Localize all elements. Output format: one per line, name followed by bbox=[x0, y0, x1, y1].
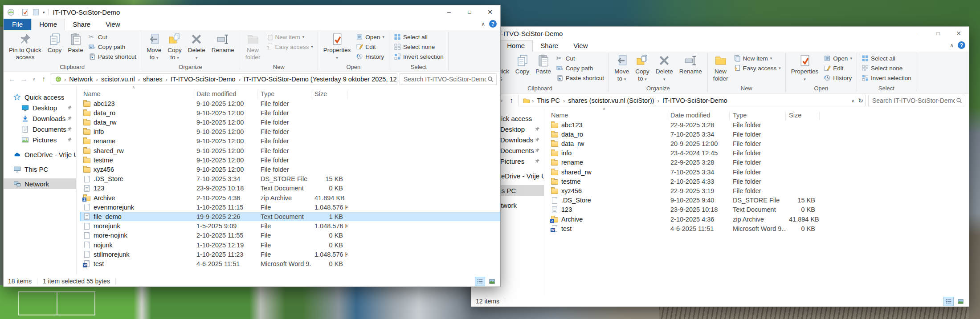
thumbnails-view-button[interactable] bbox=[956, 297, 966, 306]
new-folder-button[interactable]: Newfolder bbox=[710, 53, 731, 83]
breadcrumb-segment[interactable]: This PC bbox=[534, 97, 563, 104]
breadcrumb-segment[interactable]: IT-ITVO-SciStor-Demo (Yesterday 9 oktobe… bbox=[241, 76, 397, 83]
forward-button[interactable]: → bbox=[19, 75, 29, 83]
close-button[interactable]: ✕ bbox=[948, 27, 969, 40]
recent-locations-icon[interactable]: ∨ bbox=[31, 77, 37, 81]
titlebar[interactable]: ▾ IT-ITVO-SciStor-Demo – □ ✕ bbox=[4, 5, 500, 19]
sidebar-item-onedrive-vrije-univ[interactable]: OneDrive - Vrije Univ bbox=[4, 149, 76, 160]
column-header-date-modified[interactable]: Date modified bbox=[193, 90, 257, 99]
help-icon[interactable]: ? bbox=[489, 20, 497, 28]
column-header-size[interactable]: Size bbox=[311, 90, 347, 99]
search-icon[interactable] bbox=[956, 97, 962, 104]
file-row-data-rw[interactable]: data_rw9-10-2025 12:00File folder bbox=[80, 118, 500, 127]
minimize-button[interactable]: – bbox=[439, 5, 459, 19]
search-input[interactable] bbox=[403, 75, 487, 83]
file-row-test[interactable]: Wtest4-6-2025 11:51Microsoft Word 9...0 … bbox=[80, 259, 500, 268]
file-row-archive[interactable]: ZArchive2-10-2025 4:36zip Archive41.894 … bbox=[80, 193, 500, 202]
copy-path-button[interactable]: W Copy path bbox=[86, 42, 139, 52]
file-row-info[interactable]: info9-10-2025 12:00File folder bbox=[80, 127, 500, 137]
copy-to-button[interactable]: Copyto ▾ bbox=[632, 53, 653, 83]
copy-button[interactable]: Copy bbox=[45, 32, 65, 55]
move-to-button[interactable]: Moveto ▾ bbox=[611, 53, 632, 83]
invert-selection-button[interactable]: Invert selection bbox=[392, 52, 446, 61]
search-icon[interactable] bbox=[487, 76, 494, 82]
minimize-button[interactable]: – bbox=[907, 27, 928, 40]
file-row-nojunk[interactable]: nojunk1-10-2025 12:19File0 KB bbox=[80, 240, 500, 250]
tab-home[interactable]: Home bbox=[499, 40, 533, 52]
file-row-rename[interactable]: rename22-9-2025 3:28File folder bbox=[548, 158, 969, 167]
paste-button[interactable]: Paste bbox=[532, 53, 554, 76]
copy-to-button[interactable]: Copyto ▾ bbox=[164, 32, 185, 61]
open-button[interactable]: Open▾ bbox=[354, 32, 387, 42]
breadcrumb-segment[interactable]: shares bbox=[140, 76, 166, 83]
breadcrumb-segment[interactable]: scistor.vu.nl bbox=[98, 76, 138, 83]
sidebar-item-downloads[interactable]: Downloads bbox=[4, 113, 76, 124]
edit-button[interactable]: Edit bbox=[354, 42, 387, 52]
properties-check-icon[interactable] bbox=[21, 8, 29, 16]
ribbon-collapse-icon[interactable]: ∧ bbox=[950, 42, 954, 48]
file-row-more-nojink[interactable]: more-nojink2-10-2025 11:55File0 KB bbox=[80, 231, 500, 240]
column-header-type[interactable]: Type bbox=[730, 112, 786, 120]
properties-button[interactable]: Properties▾ bbox=[320, 32, 354, 61]
back-button[interactable]: ← bbox=[7, 75, 17, 83]
column-header-type[interactable]: Type bbox=[257, 90, 311, 99]
edit-button[interactable]: Edit bbox=[821, 63, 854, 73]
close-button[interactable]: ✕ bbox=[480, 5, 500, 19]
tab-share[interactable]: Share bbox=[533, 40, 566, 52]
sidebar-item-quick-access[interactable]: Quick access bbox=[4, 92, 76, 102]
select-none-button[interactable]: Select none bbox=[392, 42, 446, 52]
breadcrumb-segment[interactable]: Network bbox=[66, 76, 96, 83]
sidebar-item-documents[interactable]: Documents bbox=[4, 124, 76, 134]
details-view-button[interactable] bbox=[943, 297, 954, 306]
address-bar[interactable]: ›Network›scistor.vu.nl›shares›IT-ITVO-Sc… bbox=[51, 73, 397, 85]
up-button[interactable]: ↑ bbox=[39, 75, 49, 83]
column-header-name[interactable]: Name∧ bbox=[548, 112, 667, 120]
file-row-data-ro[interactable]: data_ro7-10-2025 3:34File folder bbox=[548, 129, 969, 139]
search-input[interactable] bbox=[871, 97, 956, 105]
breadcrumb-segment[interactable]: shares (scistor.vu.nl (SciStor)) bbox=[565, 97, 657, 104]
new-folder-shortcut-icon[interactable] bbox=[32, 8, 40, 16]
sidebar-item-desktop[interactable]: Desktop bbox=[4, 102, 76, 113]
sidebar-item-pictures[interactable]: Pictures bbox=[4, 134, 76, 145]
file-row-file-demo[interactable]: file_demo19-9-2025 2:26Text Document1 KB bbox=[80, 212, 500, 221]
sidebar-item-this-pc[interactable]: This PC bbox=[4, 164, 76, 174]
file-row-test[interactable]: Wtest4-6-2025 11:51Microsoft Word 9...0 … bbox=[548, 224, 969, 233]
tab-share[interactable]: Share bbox=[65, 19, 98, 30]
select-all-button[interactable]: Select all bbox=[392, 32, 446, 42]
copy-path-button[interactable]: W Copy path bbox=[554, 63, 606, 73]
column-header-name[interactable]: Name∧ bbox=[80, 90, 193, 99]
tab-view[interactable]: View bbox=[566, 40, 595, 52]
file-row-testme[interactable]: testme9-10-2025 12:00File folder bbox=[80, 155, 500, 165]
refresh-icon[interactable]: ↻ bbox=[858, 97, 863, 104]
ribbon-collapse-icon[interactable]: ∧ bbox=[481, 21, 485, 27]
tab-home[interactable]: Home bbox=[31, 19, 65, 30]
up-button[interactable]: ↑ bbox=[506, 97, 516, 105]
file-row-info[interactable]: info23-4-2024 12:45File folder bbox=[548, 149, 969, 158]
paste-button[interactable]: Paste bbox=[65, 32, 86, 55]
file-row-data-rw[interactable]: data_rw20-9-2025 12:00File folder bbox=[548, 139, 969, 149]
address-bar[interactable]: ›This PC›shares (scistor.vu.nl (SciStor)… bbox=[519, 95, 866, 106]
qat-customize-icon[interactable]: ▾ bbox=[43, 10, 45, 15]
file-row-abc123[interactable]: abc12322-9-2025 3:28File folder bbox=[548, 120, 969, 129]
paste-shortcut-button[interactable]: Paste shortcut bbox=[86, 52, 139, 61]
pin-to-quick-access-button[interactable]: Pin to Quickaccess bbox=[6, 32, 45, 61]
paste-shortcut-button[interactable]: Paste shortcut bbox=[554, 73, 606, 83]
maximize-button[interactable]: □ bbox=[928, 27, 948, 40]
open-button[interactable]: Open▾ bbox=[821, 53, 854, 63]
file-row-testme[interactable]: testme2-10-2025 4:33File folder bbox=[548, 177, 969, 186]
file-row-data-ro[interactable]: data_ro9-10-2025 12:00File folder bbox=[80, 108, 500, 117]
file-row-123[interactable]: 12323-9-2025 10:18Text Document0 KB bbox=[548, 205, 969, 214]
file-row-ds-store[interactable]: .DS_Store9-10-2025 9:40DS_STORE File15 K… bbox=[548, 196, 969, 205]
cut-button[interactable]: ✂ Cut bbox=[86, 32, 139, 42]
breadcrumb-segment[interactable]: IT-ITVO-SciStor-Demo bbox=[167, 76, 239, 83]
history-button[interactable]: History bbox=[354, 52, 387, 61]
file-row-123[interactable]: 12323-9-2025 10:18Text Document0 KB bbox=[80, 184, 500, 193]
delete-button[interactable]: Delete▾ bbox=[185, 32, 208, 61]
delete-button[interactable]: Delete▾ bbox=[653, 53, 676, 83]
easy-access-button[interactable]: Easy access▾ bbox=[731, 63, 783, 73]
file-row-xyz456[interactable]: xyz4569-10-2025 12:00File folder bbox=[80, 165, 500, 174]
file-row-evenmorejunk[interactable]: evenmorejunk1-10-2025 11:15File1.048.576… bbox=[80, 202, 500, 212]
file-row-shared-rw[interactable]: shared_rw9-10-2025 12:00File folder bbox=[80, 146, 500, 155]
file-row-archive[interactable]: ZArchive2-10-2025 4:36zip Archive41.894 … bbox=[548, 214, 969, 224]
file-row-abc123[interactable]: abc1239-10-2025 12:00File folder bbox=[80, 99, 500, 108]
